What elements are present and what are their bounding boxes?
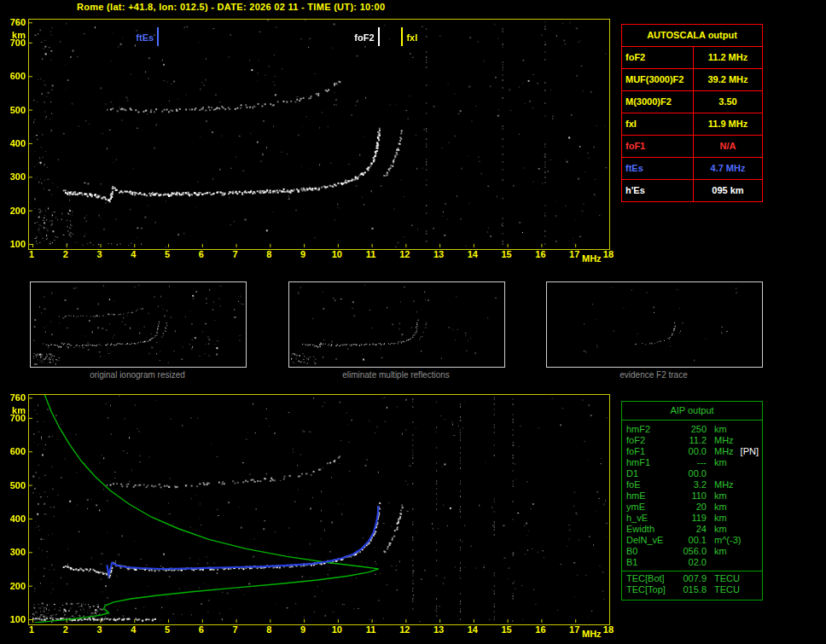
aip-row-label: B1 <box>622 557 674 568</box>
autoscala-row: foF1N/A <box>622 136 762 158</box>
y-tick-label: 500 <box>2 106 26 115</box>
x-tick-label: 2 <box>56 625 75 635</box>
aip-row-extra: [PN] <box>734 446 759 457</box>
aip-row-label: TEC[Top] <box>622 584 674 595</box>
marker-line-fxI <box>401 27 403 46</box>
aip-row: TEC[Top]015.8TECU <box>622 584 762 595</box>
aip-row-label: ymE <box>622 502 674 513</box>
aip-row-value: 056.0 <box>674 546 707 557</box>
aip-row-unit <box>707 468 714 479</box>
thumbnail-f2-trace-canvas <box>547 282 760 365</box>
autoscala-row-value: 095 km <box>694 180 762 201</box>
autoscala-row: fxI11.9 MHz <box>622 113 762 136</box>
aip-row: foF211.2MHz <box>622 435 762 446</box>
bottom-x-axis-unit: MHz <box>582 629 602 639</box>
aip-row: Ewidth24km <box>622 524 762 535</box>
aip-row: hmE110km <box>622 490 762 502</box>
aip-row-label: Ewidth <box>622 524 674 535</box>
aip-row-unit: km <box>707 424 727 435</box>
x-tick-label: 1 <box>22 250 41 259</box>
x-tick-label: 9 <box>294 250 312 259</box>
aip-row-label: DelN_vE <box>622 535 674 546</box>
aip-row-label: TEC[Bot] <box>622 573 674 584</box>
aip-row: foE3.2MHz <box>622 479 762 490</box>
aip-row: B102.0 <box>622 557 762 568</box>
top-x-axis-unit: MHz <box>582 253 602 264</box>
aip-row-label: foE <box>622 479 674 490</box>
aip-row-label: B0 <box>622 546 674 557</box>
x-tick-label: 2 <box>56 250 75 259</box>
bottom-y-axis-unit: km <box>2 406 26 415</box>
aip-row-value: 00.1 <box>674 535 707 546</box>
y-tick-label: 100 <box>2 615 26 624</box>
aip-row-label: foF1 <box>622 446 674 457</box>
autoscala-row: M(3000)F23.50 <box>622 91 762 113</box>
x-tick-label: 5 <box>158 625 177 635</box>
aip-row-value: 02.0 <box>674 557 707 568</box>
aip-row-label: D1 <box>622 468 674 479</box>
autoscala-table-rows: foF211.2 MHzMUF(3000)F239.2 MHzM(3000)F2… <box>622 47 762 201</box>
aip-row-value: 007.9 <box>674 573 707 584</box>
x-tick-label: 10 <box>328 625 346 635</box>
autoscala-row-value: 3.50 <box>694 91 762 113</box>
y-tick-label: 300 <box>2 172 26 182</box>
x-tick-label: 4 <box>124 625 143 635</box>
autoscala-row-value: 11.9 MHz <box>694 113 762 135</box>
top-y-axis-unit: km <box>2 31 26 40</box>
aip-row-unit: MHz <box>707 479 734 490</box>
aip-row-value: 3.2 <box>674 479 707 490</box>
autoscala-row: ftEs4.7 MHz <box>622 158 762 180</box>
marker-label-ftEs: ftEs <box>128 32 154 43</box>
aip-output-table: AIP output hmF2250kmfoF211.2MHzfoF100.0M… <box>621 401 763 600</box>
x-tick-label: 5 <box>158 250 177 259</box>
aip-row: ymE20km <box>622 502 762 513</box>
autoscala-row-label: h'Es <box>622 180 694 201</box>
aip-row: D100.0 <box>622 468 762 479</box>
page-title: Rome (lat: +41.8, lon: 012.5) - DATE: 20… <box>77 2 385 12</box>
autoscala-output-table: AUTOSCALA output foF211.2 MHzMUF(3000)F2… <box>621 24 763 202</box>
autoscala-row: h'Es095 km <box>622 180 762 201</box>
y-tick-label: 400 <box>2 139 26 148</box>
y-tick-label: 600 <box>2 447 26 456</box>
aip-row-label: hmF2 <box>622 424 674 435</box>
y-tick-label: 300 <box>2 548 26 557</box>
bottom-ionogram-canvas <box>29 395 608 623</box>
aip-table-rows: hmF2250kmfoF211.2MHzfoF100.0MHz[PN]hmF1-… <box>622 421 762 600</box>
y-tick-label: 200 <box>2 582 26 591</box>
x-tick-label: 8 <box>259 250 278 259</box>
aip-row-unit: km <box>707 502 727 513</box>
aip-row-value: 11.2 <box>674 435 707 446</box>
x-tick-label: 7 <box>226 250 245 259</box>
aip-row-value: 015.8 <box>674 584 707 595</box>
aip-row-value: 119 <box>674 513 707 524</box>
aip-row-label: hmE <box>622 490 674 502</box>
x-tick-label: 13 <box>429 250 448 259</box>
marker-line-ftEs <box>157 27 159 46</box>
aip-row-value: 00.0 <box>674 446 707 457</box>
autoscala-row-value: 4.7 MHz <box>694 158 762 179</box>
x-tick-label: 14 <box>463 250 482 259</box>
autoscala-row-value: N/A <box>694 136 762 157</box>
aip-row-unit: TECU <box>707 584 740 595</box>
aip-row-unit: MHz <box>707 446 734 457</box>
aip-row: hmF2250km <box>622 424 762 435</box>
y-tick-label: 760 <box>2 393 26 403</box>
autoscala-row-label: ftEs <box>622 158 694 179</box>
x-tick-label: 6 <box>192 250 211 259</box>
x-tick-label: 1 <box>22 625 41 635</box>
y-tick-label: 600 <box>2 72 26 81</box>
x-tick-label: 16 <box>531 625 550 635</box>
autoscala-row-label: foF2 <box>622 47 694 68</box>
x-tick-label: 6 <box>192 625 211 635</box>
x-tick-label: 15 <box>497 625 516 635</box>
x-tick-label: 14 <box>463 625 482 635</box>
x-tick-label: 8 <box>259 625 278 635</box>
aip-row-unit: m^(-3) <box>707 535 741 546</box>
aip-row: DelN_vE00.1m^(-3) <box>622 535 762 546</box>
aip-row-unit <box>707 557 714 568</box>
thumbnail-original-canvas <box>31 282 244 365</box>
aip-row-unit: km <box>707 524 727 535</box>
aip-row-unit: km <box>707 546 727 557</box>
x-tick-label: 12 <box>395 250 414 259</box>
x-tick-label: 7 <box>226 625 245 635</box>
